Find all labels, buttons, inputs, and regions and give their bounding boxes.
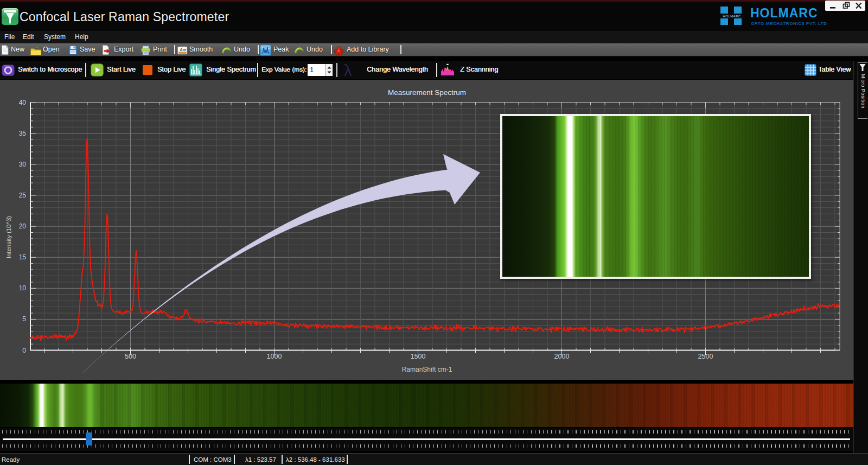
svg-text:35: 35 [19, 130, 27, 137]
svg-text:RamanShift cm-1: RamanShift cm-1 [402, 366, 452, 373]
svg-text:15: 15 [19, 253, 27, 261]
svg-text:Intensity (10^3): Intensity (10^3) [5, 216, 12, 258]
svg-text:2500: 2500 [698, 353, 713, 360]
svg-text:10: 10 [19, 284, 27, 292]
svg-text:1000: 1000 [267, 353, 282, 360]
svg-text:25: 25 [19, 192, 27, 199]
svg-text:Measurement Spectrum: Measurement Spectrum [388, 88, 466, 97]
svg-text:20: 20 [19, 222, 27, 230]
svg-text:30: 30 [19, 161, 27, 168]
svg-text:5: 5 [22, 315, 26, 323]
svg-text:40: 40 [19, 99, 27, 106]
svg-text:Am: Am [180, 47, 186, 51]
svg-text:500: 500 [125, 353, 136, 360]
svg-text:1500: 1500 [411, 353, 426, 360]
svg-text:2000: 2000 [554, 353, 570, 360]
svg-text:0: 0 [22, 347, 26, 354]
